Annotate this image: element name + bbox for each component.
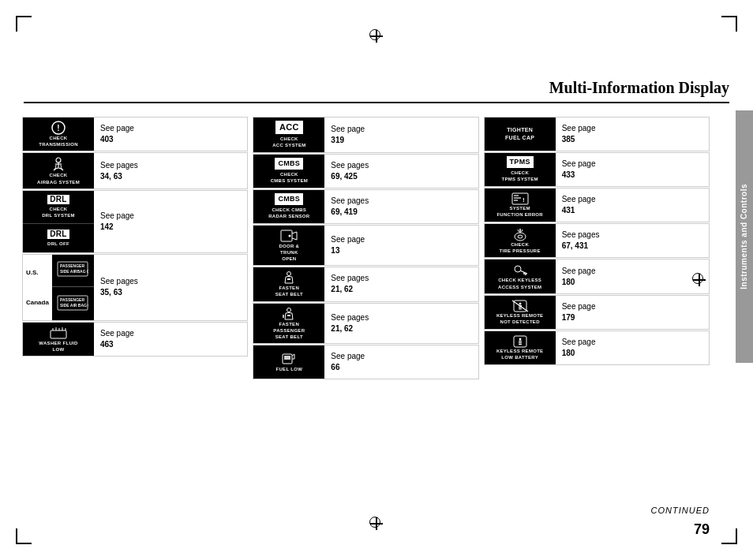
- icon-cmbs-radar: CMBS CHECK CMBS RADAR SENSOR: [253, 190, 324, 223]
- column-2: ACC CHECK ACC SYSTEM See page319 CMBS CH…: [253, 117, 478, 380]
- row-system-function: ! SYSTEM FUNCTION ERROR See page431: [484, 188, 710, 222]
- icon-check-airbag: CHECK AIRBAG SYSTEM: [23, 153, 94, 188]
- icon-acc-system: ACC CHECK ACC SYSTEM: [253, 118, 324, 152]
- page-number: 79: [694, 521, 710, 537]
- crosshair-bottom: [370, 517, 383, 530]
- icon-tighten-fuel-cap: TIGHTEN FUEL CAP: [485, 118, 556, 151]
- see-page-tighten-fuel-cap: See page385: [556, 118, 709, 151]
- see-page-check-airbag: See pages34, 63: [94, 153, 247, 188]
- us-canada-icons: PASSENGER SIDE AIRBAG OFF PASSENGER S: [52, 255, 94, 320]
- svg-text:SIDE AIRBAG OFF: SIDE AIRBAG OFF: [60, 269, 88, 274]
- icon-check-transmission: ! CHECK TRANSMISSION: [23, 118, 94, 151]
- us-canada-labels: U.S. Canada: [23, 255, 52, 320]
- corner-mark-tl: [16, 16, 39, 39]
- row-check-transmission: ! CHECK TRANSMISSION See page403: [22, 117, 248, 151]
- svg-text:!: !: [523, 196, 525, 203]
- see-page-fuel-low: See page66: [324, 345, 478, 379]
- svg-point-22: [287, 272, 291, 276]
- svg-line-19: [292, 238, 297, 240]
- content-columns: ! CHECK TRANSMISSION See page403: [22, 117, 710, 380]
- svg-point-38: [515, 266, 521, 272]
- icon-tpms: TPMS CHECK TPMS SYSTEM: [485, 153, 556, 186]
- see-page-system-function: See page431: [556, 189, 709, 222]
- corner-mark-tr: [714, 16, 737, 39]
- see-page-door-trunk: See page13: [324, 226, 478, 266]
- svg-line-36: [518, 230, 519, 232]
- row-keyless-remote-low: KEYLESS REMOTE LOW BATTERY See page180: [484, 330, 710, 365]
- us-canada-inner: U.S. Canada PASSENGER SIDE AIRBAG OFF: [23, 255, 94, 320]
- see-page-keyless-remote-low: See page180: [556, 331, 709, 364]
- row-fasten-seatbelt: FASTEN SEAT BELT See pages21, 62: [253, 267, 478, 301]
- continued-text: CONTINUED: [651, 506, 710, 515]
- icon-keyless-access: CHECK KEYLESS ACCESS SYSTEM: [485, 259, 556, 293]
- row-fuel-low: FUEL LOW See page66: [253, 345, 478, 379]
- us-canada-col: U.S. Canada PASSENGER SIDE AIRBAG OFF: [23, 255, 94, 320]
- see-page-drl: See page142: [94, 191, 247, 252]
- see-page-acc: See page319: [324, 118, 478, 152]
- icon-keyless-remote-not: KEYLESS REMOTE NOT DETECTED: [485, 296, 556, 329]
- corner-mark-br: [714, 521, 737, 544]
- icon-fasten-seatbelt: FASTEN SEAT BELT: [253, 267, 324, 301]
- svg-point-21: [289, 234, 291, 237]
- svg-text:!: !: [57, 124, 60, 133]
- svg-rect-11: [51, 330, 66, 338]
- row-acc-system: ACC CHECK ACC SYSTEM See page319: [253, 117, 478, 153]
- icon-cmbs-system: CMBS CHECK CMBS SYSTEM: [253, 155, 324, 188]
- see-page-washer-fluid: See page463: [94, 323, 247, 356]
- icon-system-function: ! SYSTEM FUNCTION ERROR: [485, 189, 556, 222]
- see-page-fasten-passenger-seatbelt: See pages21, 62: [324, 304, 478, 344]
- svg-point-43: [519, 302, 521, 304]
- svg-line-37: [521, 230, 523, 232]
- row-keyless-access: CHECK KEYLESS ACCESS SYSTEM See page180: [484, 259, 710, 293]
- svg-point-49: [519, 338, 521, 340]
- svg-point-24: [287, 308, 291, 312]
- see-page-us-canada: See pages35, 63: [94, 255, 247, 320]
- svg-line-47: [512, 301, 528, 312]
- page-number-area: 79: [694, 521, 710, 538]
- see-page-cmbs-radar: See pages69, 419: [324, 190, 478, 223]
- column-3: TIGHTEN FUEL CAP See page385 TPMS CHECK …: [484, 117, 710, 380]
- svg-rect-50: [519, 341, 522, 342]
- see-page-cmbs: See pages69, 425: [324, 155, 478, 188]
- icon-fuel-low: FUEL LOW: [253, 345, 324, 379]
- svg-rect-46: [519, 308, 522, 309]
- row-fasten-passenger-seatbelt: FASTEN PASSENGER SEAT BELT See pages21, …: [253, 303, 478, 345]
- sidebar-label-text: Instruments and Controls: [739, 184, 750, 289]
- svg-rect-28: [512, 193, 528, 204]
- row-tpms: TPMS CHECK TPMS SYSTEM See page433: [484, 152, 710, 187]
- drl-icons-col: DRL CHECK DRL SYSTEM DRL DRL OFF: [23, 191, 94, 252]
- row-cmbs-system: CMBS CHECK CMBS SYSTEM See pages69, 425: [253, 154, 478, 189]
- crosshair-top: [370, 30, 383, 43]
- see-page-keyless-remote-not: See page179: [556, 296, 709, 329]
- row-washer-fluid: WASHER FLUID LOW See page463: [22, 322, 248, 357]
- page-title-area: Multi-Information Display: [24, 79, 729, 103]
- page-title: Multi-Information Display: [549, 79, 729, 96]
- see-page-tire-pressure: See pages67, 431: [556, 224, 709, 257]
- svg-point-2: [56, 158, 61, 162]
- svg-line-18: [292, 232, 297, 233]
- icon-check-drl: DRL CHECK DRL SYSTEM: [23, 191, 94, 224]
- row-cmbs-radar: CMBS CHECK CMBS RADAR SENSOR See pages69…: [253, 189, 478, 224]
- corner-mark-bl: [16, 521, 39, 544]
- svg-rect-51: [519, 342, 522, 343]
- icon-us-airbag: PASSENGER SIDE AIRBAG OFF: [52, 255, 94, 288]
- icon-washer-fluid: WASHER FLUID LOW: [23, 323, 94, 356]
- icon-drl-off: DRL DRL OFF: [23, 224, 94, 252]
- canada-label: Canada: [26, 299, 49, 306]
- svg-text:PASSENGER: PASSENGER: [60, 297, 84, 302]
- column-1: ! CHECK TRANSMISSION See page403: [22, 117, 248, 380]
- row-tighten-fuel-cap: TIGHTEN FUEL CAP See page385: [484, 117, 710, 151]
- row-keyless-remote-not: KEYLESS REMOTE NOT DETECTED See page179: [484, 295, 710, 330]
- continued-label: CONTINUED: [651, 502, 710, 517]
- us-label: U.S.: [26, 269, 49, 276]
- svg-point-34: [518, 235, 523, 238]
- row-us-canada: U.S. Canada PASSENGER SIDE AIRBAG OFF: [22, 254, 248, 321]
- see-page-check-transmission: See page403: [94, 118, 247, 151]
- icon-door-trunk: DOOR & TRUNK OPEN: [253, 226, 324, 266]
- row-drl-combined: DRL CHECK DRL SYSTEM DRL DRL OFF See pag…: [22, 190, 248, 253]
- svg-point-33: [515, 233, 526, 241]
- icon-fasten-passenger-seatbelt: FASTEN PASSENGER SEAT BELT: [253, 304, 324, 344]
- icon-canada-airbag: PASSENGER SIDE AIR BAG OFF: [52, 288, 94, 320]
- icon-keyless-remote-low: KEYLESS REMOTE LOW BATTERY: [485, 331, 556, 364]
- svg-text:PASSENGER: PASSENGER: [60, 263, 84, 268]
